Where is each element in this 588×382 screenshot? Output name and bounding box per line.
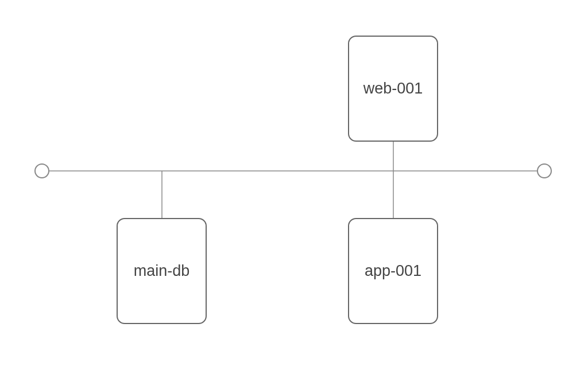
node-web-001: web-001 [348, 36, 438, 142]
network-diagram: web-001 main-db app-001 [0, 0, 588, 382]
node-label: web-001 [363, 80, 423, 98]
bus-wires [0, 0, 588, 382]
node-main-db: main-db [117, 218, 207, 324]
bus-endpoint-left [34, 163, 49, 178]
node-label: app-001 [365, 262, 421, 280]
node-app-001: app-001 [348, 218, 438, 324]
node-label: main-db [134, 262, 190, 280]
bus-endpoint-right [537, 163, 552, 178]
